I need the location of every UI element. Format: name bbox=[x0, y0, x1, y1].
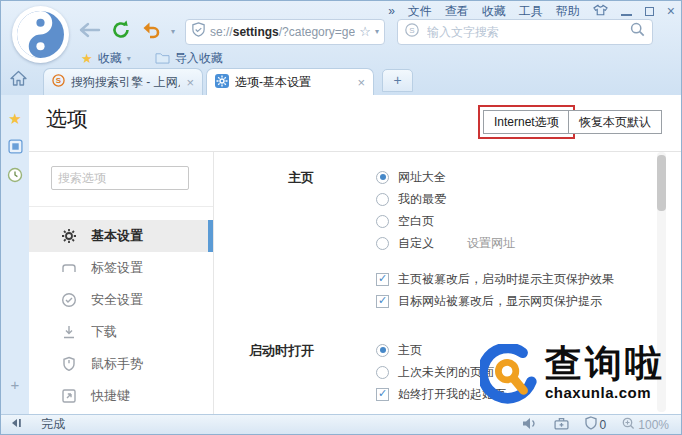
menu-item-file[interactable]: 文件 bbox=[408, 3, 432, 20]
menu-item-view[interactable]: 查看 bbox=[445, 3, 469, 20]
radio-label: 主页 bbox=[398, 342, 422, 359]
checkbox-label: 目标网站被篡改后，显示网页保护提示 bbox=[398, 293, 602, 310]
radio-option-my-favorites[interactable]: 我的最爱 bbox=[376, 188, 614, 210]
checkbox-icon[interactable] bbox=[376, 295, 389, 308]
nav-item-label: 下载 bbox=[91, 323, 117, 341]
radio-option-custom[interactable]: 自定义 设置网址 bbox=[376, 232, 614, 254]
restore-defaults-button[interactable]: 恢复本页默认 bbox=[568, 110, 662, 134]
favorites-star-icon: ★ bbox=[81, 51, 93, 66]
bookmark-star-icon[interactable]: ☆ bbox=[359, 24, 371, 39]
tab-settings[interactable]: 选项-基本设置 × bbox=[206, 68, 374, 95]
scrollbar-thumb[interactable] bbox=[657, 155, 666, 211]
zoom-control[interactable]: 100% bbox=[622, 417, 669, 433]
minimize-button[interactable] bbox=[621, 7, 632, 16]
folder-icon bbox=[155, 51, 170, 67]
set-url-link[interactable]: 设置网址 bbox=[467, 235, 515, 252]
undo-dropdown-icon[interactable]: ▾ bbox=[171, 27, 175, 36]
favorites-toolbar: ★ 收藏 ▾ 导入收藏 bbox=[81, 50, 223, 67]
tab-close-icon[interactable]: × bbox=[357, 75, 365, 90]
site-safety-icon bbox=[191, 22, 206, 41]
svg-text:S: S bbox=[56, 76, 61, 85]
nav-item-download[interactable]: 下载 bbox=[29, 316, 213, 348]
new-tab-button[interactable]: + bbox=[382, 69, 413, 92]
checkbox-icon[interactable] bbox=[376, 273, 389, 286]
radio-label: 自定义 bbox=[398, 235, 434, 252]
close-button[interactable]: × bbox=[667, 6, 675, 16]
radio-icon[interactable] bbox=[376, 171, 389, 184]
nav-item-label: 安全设置 bbox=[91, 291, 143, 309]
home-icon[interactable] bbox=[10, 70, 27, 90]
nav-item-mouse-gestures[interactable]: 鼠标手势 bbox=[29, 348, 213, 380]
maximize-button[interactable] bbox=[645, 7, 654, 16]
tab-title: 搜狗搜索引擎 - 上网从搜 bbox=[71, 74, 180, 91]
undo-button[interactable] bbox=[141, 21, 161, 43]
ad-block-counter[interactable]: 0 bbox=[585, 416, 607, 433]
tab-sogou-search[interactable]: S 搜狗搜索引擎 - 上网从搜 × bbox=[43, 68, 203, 95]
menu-item-tools[interactable]: 工具 bbox=[519, 3, 543, 20]
radio-icon[interactable] bbox=[376, 193, 389, 206]
address-bar[interactable]: se://settings/?category=ger ☆ ▾ bbox=[185, 19, 385, 45]
nav-item-label: 标签设置 bbox=[91, 259, 143, 277]
sogou-logo bbox=[12, 6, 69, 63]
magnifier-icon[interactable] bbox=[630, 22, 645, 41]
gear-icon bbox=[61, 228, 77, 244]
tab-title: 选项-基本设置 bbox=[235, 74, 351, 91]
collapse-sidebar-icon[interactable] bbox=[9, 417, 23, 432]
radio-label: 空白页 bbox=[398, 213, 434, 230]
mouse-gesture-icon bbox=[61, 356, 77, 372]
checkbox-icon[interactable] bbox=[376, 388, 389, 401]
nav-item-shortcuts[interactable]: 快捷键 bbox=[29, 380, 213, 412]
zoom-level: 100% bbox=[638, 418, 669, 432]
nav-item-tab-settings[interactable]: 标签设置 bbox=[29, 252, 213, 284]
radio-option-site-navigation[interactable]: 网址大全 bbox=[376, 166, 614, 188]
speaker-icon[interactable] bbox=[522, 417, 538, 433]
tab-close-icon[interactable]: × bbox=[186, 75, 194, 90]
tab-icon bbox=[61, 260, 77, 276]
checkbox-homepage-protect[interactable]: 主页被篡改后，启动时提示主页保护效果 bbox=[376, 268, 614, 290]
nav-item-label: 快捷键 bbox=[91, 387, 130, 405]
back-button[interactable] bbox=[79, 22, 101, 42]
menu-item-help[interactable]: 帮助 bbox=[556, 3, 580, 20]
import-favorites-button[interactable]: 导入收藏 bbox=[175, 50, 223, 67]
zoom-icon bbox=[622, 417, 635, 433]
nav-item-label: 基本设置 bbox=[91, 227, 143, 245]
checkbox-site-protect[interactable]: 目标网站被篡改后，显示网页保护提示 bbox=[376, 290, 614, 312]
browser-window: » 文件 查看 收藏 工具 帮助 × bbox=[0, 0, 682, 435]
radio-icon[interactable] bbox=[376, 366, 389, 379]
nav-item-security-settings[interactable]: 安全设置 bbox=[29, 284, 213, 316]
watermark-domain: chaxunla.com bbox=[545, 384, 665, 401]
settings-search-input[interactable] bbox=[51, 166, 189, 190]
tab-bar: S 搜狗搜索引擎 - 上网从搜 × 选项-基本设置 × + bbox=[1, 67, 681, 95]
shield-check-icon bbox=[61, 292, 77, 308]
nav-item-basic-settings[interactable]: 基本设置 bbox=[29, 220, 213, 252]
address-dropdown-icon[interactable]: ▾ bbox=[375, 27, 379, 36]
history-clock-icon[interactable] bbox=[7, 167, 23, 183]
search-input[interactable] bbox=[425, 24, 624, 40]
radio-icon[interactable] bbox=[376, 215, 389, 228]
mobile-panel-icon[interactable] bbox=[7, 139, 23, 155]
menu-overflow-icon[interactable]: » bbox=[388, 4, 395, 18]
radio-icon[interactable] bbox=[376, 237, 389, 250]
internet-options-button[interactable]: Internet选项 bbox=[483, 110, 570, 134]
favorites-button[interactable]: 收藏 bbox=[98, 50, 122, 67]
side-strip: ★ + bbox=[1, 95, 29, 414]
radio-label: 我的最爱 bbox=[398, 191, 446, 208]
chaxunla-logo-icon bbox=[480, 344, 540, 410]
radio-icon[interactable] bbox=[376, 344, 389, 357]
search-box[interactable]: S bbox=[397, 19, 653, 45]
favorites-dropdown-icon[interactable]: ▾ bbox=[127, 54, 131, 63]
menu-item-favorites[interactable]: 收藏 bbox=[482, 3, 506, 20]
nav-item-label: 鼠标手势 bbox=[91, 355, 143, 373]
toolbox-icon[interactable] bbox=[554, 417, 569, 433]
annotation-highlight-box: Internet选项 bbox=[478, 105, 575, 139]
shortcut-icon bbox=[61, 388, 77, 404]
favorites-panel-icon[interactable]: ★ bbox=[7, 111, 23, 127]
watermark: 查询啦 chaxunla.com bbox=[480, 344, 665, 410]
add-panel-icon[interactable]: + bbox=[7, 377, 23, 393]
skin-icon[interactable] bbox=[593, 4, 608, 19]
refresh-button[interactable] bbox=[111, 20, 131, 44]
sogou-search-icon: S bbox=[405, 23, 419, 41]
status-text: 完成 bbox=[41, 416, 65, 433]
block-count: 0 bbox=[600, 418, 607, 432]
radio-option-blank-page[interactable]: 空白页 bbox=[376, 210, 614, 232]
